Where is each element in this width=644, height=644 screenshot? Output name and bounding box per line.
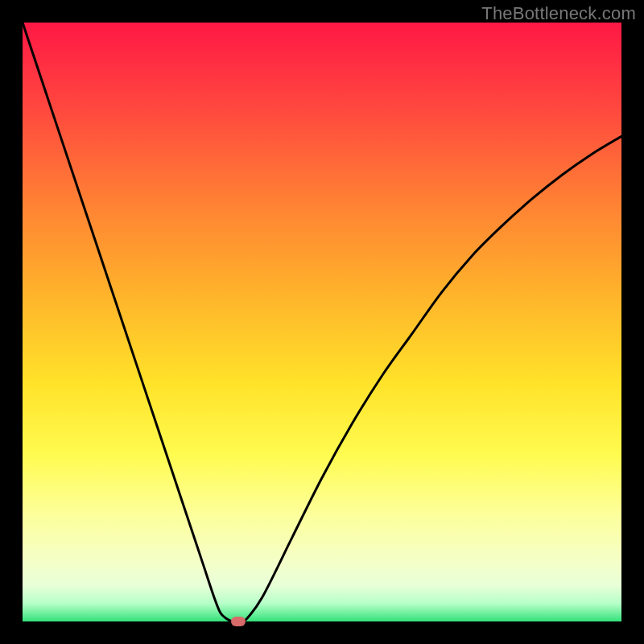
chart-frame: TheBottleneck.com (0, 0, 644, 644)
watermark-text: TheBottleneck.com (481, 3, 636, 24)
optimum-marker (231, 617, 246, 626)
bottleneck-curve (23, 23, 621, 621)
plot-area (23, 23, 621, 621)
